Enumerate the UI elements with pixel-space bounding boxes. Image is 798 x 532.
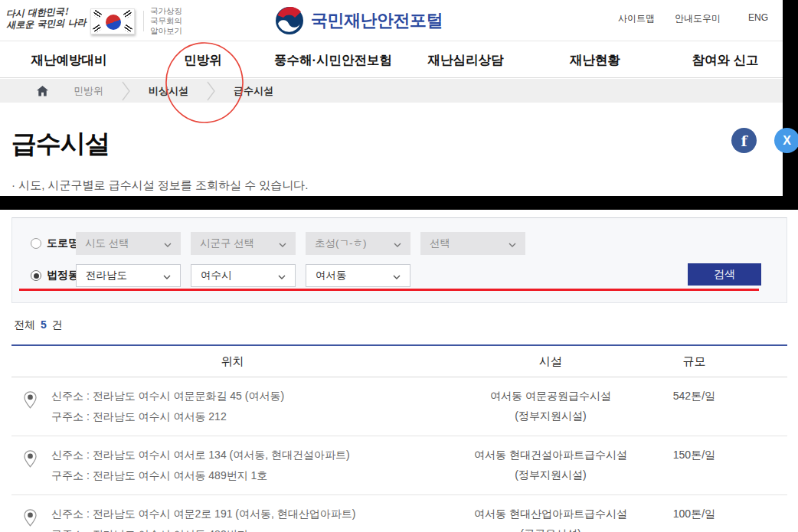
table-header-row: 위치 시설 규모 — [11, 346, 787, 377]
location-pin-icon — [23, 390, 38, 413]
capacity: 150톤/일 — [648, 436, 741, 494]
chevron-down-icon — [393, 270, 401, 282]
chevron-down-icon — [164, 238, 172, 250]
symbol-link-1[interactable]: 국가상징 — [150, 6, 182, 16]
breadcrumb-water-facility[interactable]: 급수시설 — [234, 84, 273, 98]
page-description: · 시도, 시군구별로 급수시설 정보를 조회하실 수 있습니다. — [11, 178, 309, 193]
korean-flag-icon — [90, 8, 135, 34]
facility-name: 여서동 여문공원급수시설 — [453, 386, 647, 406]
select-sido-road[interactable]: 시도 선택 — [76, 232, 181, 255]
link-sitemap[interactable]: 사이트맵 — [618, 12, 655, 25]
x-twitter-icon[interactable]: X — [774, 128, 798, 153]
select-road[interactable]: 선택 — [420, 232, 525, 255]
facility-name: 여서동 현대산업아파트급수시설 — [453, 504, 647, 524]
link-english[interactable]: ENG — [748, 12, 768, 23]
select-sido[interactable]: 전라남도 — [76, 264, 181, 287]
new-address: 신주소 : 전라남도 여수시 여문2로 191 (여서동, 현대산업아파트) — [51, 504, 355, 524]
chevron-down-icon — [163, 270, 171, 282]
old-address: 구주소 : 전라남도 여수시 여서동 212 — [51, 406, 284, 427]
column-location: 위치 — [11, 346, 453, 377]
site-title[interactable]: 국민재난안전포털 — [311, 9, 443, 32]
nav-item-psychology[interactable]: 재난심리상담 — [428, 42, 504, 78]
nav-item-disaster-status[interactable]: 재난현황 — [570, 42, 620, 78]
breadcrumb: 민방위 비상시설 급수시설 — [0, 79, 798, 103]
chevron-down-icon — [279, 238, 286, 250]
new-address: 신주소 : 전라남도 여수시 여문문화길 45 (여서동) — [51, 386, 284, 406]
taegeuk-icon — [106, 15, 121, 30]
facebook-icon[interactable]: f — [731, 128, 757, 153]
link-guide[interactable]: 안내도우미 — [675, 12, 721, 25]
nav-item-disaster-prevention[interactable]: 재난예방대비 — [31, 42, 107, 78]
black-crop-strip — [783, 0, 798, 210]
facility-name: 여서동 현대건설아파트급수시설 — [453, 445, 647, 465]
nav-item-participation[interactable]: 참여와 신고 — [692, 42, 758, 78]
black-divider-bar — [0, 196, 798, 210]
facility-type: (정부지원시설) — [453, 406, 647, 426]
column-facility: 시설 — [453, 346, 647, 377]
chevron-right-icon — [207, 81, 215, 101]
top-header: 다시 대한민국! 새로운 국민의 나라 국가상징 국무회의 알아보기 국민재난안… — [0, 0, 798, 41]
chevron-down-icon — [394, 238, 401, 250]
header-divider — [143, 11, 144, 31]
column-capacity: 규모 — [648, 346, 741, 377]
chevron-down-icon — [509, 238, 516, 250]
table-row[interactable]: 신주소 : 전라남도 여수시 여문2로 191 (여서동, 현대산업아파트) 구… — [11, 495, 787, 532]
table-row[interactable]: 신주소 : 전라남도 여수시 여문문화길 45 (여서동) 구주소 : 전라남도… — [11, 377, 787, 436]
radio-road-name[interactable] — [31, 238, 41, 249]
page-title: 급수시설 — [11, 127, 110, 162]
location-pin-icon — [23, 508, 38, 530]
facility-type: (공공용시설) — [453, 524, 647, 532]
chevron-right-icon — [122, 81, 130, 101]
main-navigation: 재난예방대비 민방위 풍수해·시민안전보험 재난심리상담 재난현황 참여와 신고 — [0, 42, 798, 78]
breadcrumb-civil-defense[interactable]: 민방위 — [74, 84, 103, 98]
search-button[interactable]: 검색 — [688, 263, 761, 286]
symbol-link-2[interactable]: 국무회의 — [150, 16, 182, 26]
page: 다시 대한민국! 새로운 국민의 나라 국가상징 국무회의 알아보기 국민재난안… — [0, 0, 798, 532]
nav-item-insurance[interactable]: 풍수해·시민안전보험 — [274, 42, 392, 78]
government-slogan: 다시 대한민국! 새로운 국민의 나라 — [6, 5, 87, 31]
facility-type: (정부지원시설) — [453, 465, 647, 485]
symbol-link-3[interactable]: 알아보기 — [150, 26, 182, 36]
gov-emblem-icon — [274, 5, 305, 36]
results-table: 위치 시설 규모 신주소 : 전라남도 여수시 여문문화길 45 (여서동) 구… — [11, 344, 787, 532]
location-pin-icon — [23, 449, 38, 472]
result-total: 전체 5 건 — [14, 318, 63, 332]
chevron-down-icon — [278, 270, 286, 282]
new-address: 신주소 : 전라남도 여수시 여서로 134 (여서동, 현대건설아파트) — [51, 445, 350, 465]
radio-legal-dong[interactable] — [31, 270, 41, 281]
home-icon[interactable] — [37, 86, 48, 96]
table-row[interactable]: 신주소 : 전라남도 여수시 여서로 134 (여서동, 현대건설아파트) 구주… — [11, 436, 787, 495]
select-sigungu-road[interactable]: 시군구 선택 — [191, 232, 296, 255]
result-count: 5 — [41, 318, 47, 331]
select-dong[interactable]: 여서동 — [306, 264, 410, 287]
old-address: 구주소 : 전라남도 여수시 여서동 483번지 — [51, 524, 355, 532]
old-address: 구주소 : 전라남도 여수시 여서동 489번지 1호 — [51, 465, 350, 486]
national-symbol-links[interactable]: 국가상징 국무회의 알아보기 — [150, 6, 182, 36]
slogan-line2: 새로운 국민의 나라 — [6, 17, 87, 31]
site-logo[interactable]: 국민재난안전포털 — [274, 5, 443, 36]
nav-item-civil-defense[interactable]: 민방위 — [184, 42, 222, 78]
red-underline-annotation — [19, 289, 759, 291]
capacity: 100톤/일 — [648, 495, 741, 532]
select-initial-consonant[interactable]: 초성(ㄱ-ㅎ) — [306, 232, 410, 255]
select-sigungu[interactable]: 여수시 — [191, 264, 296, 287]
breadcrumb-emergency-facility[interactable]: 비상시설 — [149, 84, 188, 98]
capacity: 542톤/일 — [648, 377, 741, 436]
